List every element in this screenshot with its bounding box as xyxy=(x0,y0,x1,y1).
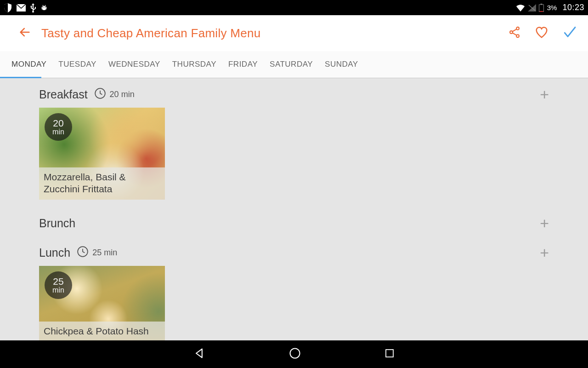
svg-rect-12 xyxy=(539,5,543,12)
svg-point-3 xyxy=(45,6,45,7)
status-bar: 3% 10:23 xyxy=(0,0,588,15)
nav-home-button[interactable] xyxy=(288,347,301,362)
tab-monday[interactable]: MONDAY xyxy=(6,60,52,69)
share-icon[interactable] xyxy=(508,26,521,40)
time-badge: 25 min xyxy=(45,271,72,299)
svg-point-2 xyxy=(43,6,44,7)
nav-back-button[interactable] xyxy=(193,347,206,362)
recipe-card-breakfast[interactable]: 20 min Mozzarella, Basil & Zucchini Frit… xyxy=(39,108,165,200)
section-header-lunch: Lunch 25 min + xyxy=(39,245,549,260)
tab-friday[interactable]: FRIDAY xyxy=(222,60,264,69)
section-time: 20 min xyxy=(110,90,135,99)
recipe-title: Chickpea & Potato Hash xyxy=(39,322,165,340)
badge-minutes: 20 xyxy=(53,118,63,128)
svg-rect-13 xyxy=(539,11,543,12)
section-time: 25 min xyxy=(92,248,117,258)
section-header-breakfast: Breakfast 20 min + xyxy=(39,86,549,102)
page-title: Tasty and Cheap American Family Menu xyxy=(41,26,508,40)
recipe-card-lunch[interactable]: 25 min Chickpea & Potato Hash xyxy=(39,266,165,340)
tab-wednesday[interactable]: WEDNESDAY xyxy=(102,60,166,69)
add-breakfast-button[interactable]: + xyxy=(540,86,549,102)
wifi-icon xyxy=(516,4,525,12)
add-lunch-button[interactable]: + xyxy=(540,245,549,260)
svg-point-14 xyxy=(516,27,519,30)
clock-icon xyxy=(77,246,89,259)
clock-time: 10:23 xyxy=(562,3,584,12)
svg-rect-22 xyxy=(386,350,393,357)
time-badge: 20 min xyxy=(45,113,72,141)
mail-icon xyxy=(17,4,26,12)
svg-rect-1 xyxy=(42,6,46,10)
app-actions xyxy=(508,25,577,41)
status-right: 3% 10:23 xyxy=(516,3,584,12)
svg-line-9 xyxy=(45,5,45,6)
section-title: Lunch xyxy=(39,246,70,259)
back-button[interactable] xyxy=(18,26,31,40)
signal-icon xyxy=(528,4,536,12)
svg-line-17 xyxy=(513,29,517,31)
svg-line-8 xyxy=(43,5,43,6)
android-debug-icon xyxy=(40,4,48,12)
content-area[interactable]: Breakfast 20 min + 20 min Mozzarella, Ba… xyxy=(0,78,588,340)
shield-icon xyxy=(4,3,12,12)
badge-unit: min xyxy=(52,128,64,136)
status-left xyxy=(4,3,48,12)
section-header-brunch: Brunch + xyxy=(39,215,549,231)
svg-point-15 xyxy=(510,31,513,34)
battery-icon xyxy=(539,4,544,12)
recipe-title: Mozzarella, Basil & Zucchini Frittata xyxy=(39,167,165,200)
usb-icon xyxy=(30,3,36,12)
tab-saturday[interactable]: SATURDAY xyxy=(264,60,319,69)
section-title: Brunch xyxy=(39,217,75,230)
section-title: Breakfast xyxy=(39,88,88,101)
clock-icon xyxy=(94,87,106,101)
system-nav-bar xyxy=(0,340,588,368)
tab-sunday[interactable]: SUNDAY xyxy=(319,60,364,69)
nav-recent-button[interactable] xyxy=(384,348,395,361)
tab-indicator xyxy=(0,77,41,78)
heart-icon[interactable] xyxy=(535,25,548,41)
badge-minutes: 25 xyxy=(53,276,63,287)
add-brunch-button[interactable]: + xyxy=(540,215,549,231)
battery-percent: 3% xyxy=(547,4,557,12)
tab-tuesday[interactable]: TUESDAY xyxy=(52,60,102,69)
check-icon[interactable] xyxy=(562,25,577,41)
day-tabs: MONDAY TUESDAY WEDNESDAY THURSDAY FRIDAY… xyxy=(0,51,588,78)
svg-point-16 xyxy=(516,34,519,37)
badge-unit: min xyxy=(52,287,64,294)
tab-thursday[interactable]: THURSDAY xyxy=(166,60,222,69)
app-bar: Tasty and Cheap American Family Menu xyxy=(0,15,588,51)
svg-line-18 xyxy=(513,33,517,35)
svg-point-21 xyxy=(290,349,300,358)
